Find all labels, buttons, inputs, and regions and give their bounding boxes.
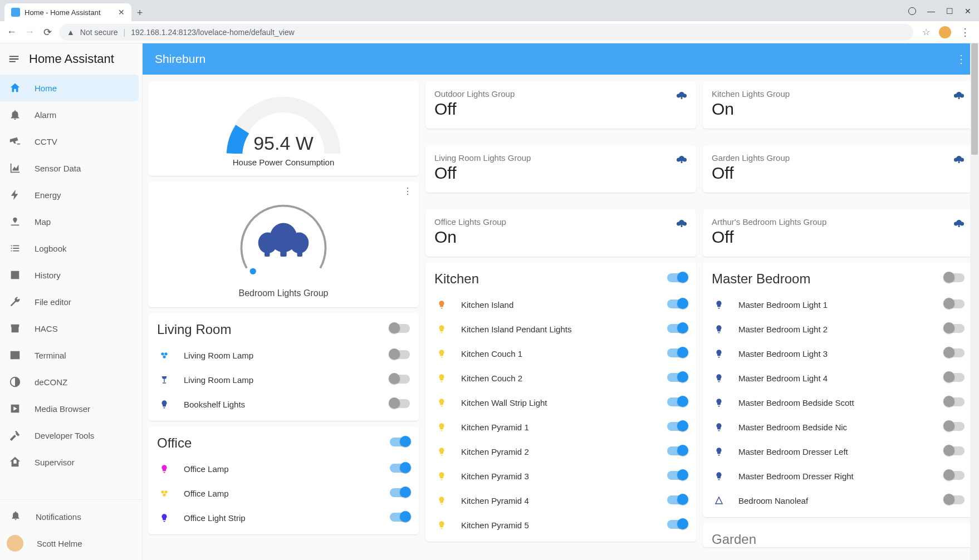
entity-row[interactable]: Office Lamp [157,481,410,505]
entity-row[interactable]: Bedroom Nanoleaf [712,488,965,513]
entity-row[interactable]: Master Bedroom Dresser Left [712,439,965,464]
entity-row[interactable]: Kitchen Wall Strip Light [434,390,687,415]
entity-toggle[interactable] [667,495,687,506]
entity-toggle[interactable] [667,348,687,359]
entity-row[interactable]: Kitchen Couch 2 [434,366,687,390]
menu-icon[interactable] [8,53,20,65]
new-tab-button[interactable]: + [131,7,148,21]
window-maximize-button[interactable]: ☐ [946,7,953,16]
entity-toggle[interactable] [667,446,687,457]
sidebar-item-file-editor[interactable]: File editor [0,288,142,315]
omnibox[interactable]: ▲ Not secure | 192.168.1.24:8123/lovelac… [59,24,913,41]
entity-toggle[interactable] [944,495,965,506]
entity-toggle[interactable] [667,397,687,408]
card-title: Living Room [157,322,231,337]
master-toggle[interactable] [667,273,687,284]
entity-toggle[interactable] [944,299,965,310]
light-group-card[interactable]: Office Lights Group On [425,209,696,257]
forward-button[interactable]: → [23,26,36,38]
reload-button[interactable]: ⟳ [41,26,53,38]
sidebar-item-developer-tools[interactable]: Developer Tools [0,422,142,449]
close-tab-icon[interactable]: ✕ [118,8,125,17]
entity-toggle[interactable] [944,397,965,408]
sidebar-item-deconz[interactable]: deCONZ [0,369,142,395]
window-close-button[interactable]: ✕ [965,7,971,16]
sidebar-item-map[interactable]: Map [0,208,142,235]
back-button[interactable]: ← [6,26,18,38]
entity-toggle[interactable] [667,471,687,482]
sidebar-notifications[interactable]: Notifications [0,503,142,530]
entity-row[interactable]: Master Bedroom Dresser Right [712,464,965,488]
sidebar-item-supervisor[interactable]: Supervisor [0,449,142,475]
entity-toggle[interactable] [944,348,965,359]
light-group-card[interactable]: Living Room Lights Group Off [425,145,696,193]
light-group-card[interactable]: Kitchen Lights Group On [703,81,973,129]
sidebar-item-media-browser[interactable]: Media Browser [0,395,142,422]
entity-toggle[interactable] [944,446,965,457]
sidebar-item-energy[interactable]: Energy [0,181,142,208]
entity-row[interactable]: Master Bedroom Bedside Nic [712,415,965,439]
entity-row[interactable]: Master Bedroom Bedside Scott [712,390,965,415]
gauge-card[interactable]: 95.4 W House Power Consumption [148,81,419,176]
bookmark-icon[interactable]: ☆ [922,27,930,37]
entity-toggle[interactable] [944,422,965,433]
entity-toggle[interactable] [667,324,687,335]
entity-row[interactable]: Living Room Lamp [157,367,410,392]
master-toggle[interactable] [390,438,410,449]
entity-row[interactable]: Kitchen Island [434,292,687,317]
entity-toggle[interactable] [667,422,687,433]
entity-toggle[interactable] [390,488,410,499]
thermostat-card[interactable]: ⋮ [148,181,419,307]
entity-toggle[interactable] [390,399,410,410]
light-group-card[interactable]: Outdoor Lights Group Off [425,81,696,129]
window-scrollbar[interactable] [970,43,979,560]
entity-toggle[interactable] [944,324,965,335]
entity-row[interactable]: Kitchen Island Pendant Lights [434,317,687,341]
card-menu-icon[interactable]: ⋮ [403,186,412,197]
svg-point-23 [677,222,681,226]
entity-row[interactable]: Office Light Strip [157,505,410,530]
sidebar-item-hacs[interactable]: HACS [0,315,142,342]
sidebar-item-history[interactable]: History [0,262,142,288]
light-group-card[interactable]: Arthur's Bedroom Lights Group Off [703,209,973,257]
entity-toggle[interactable] [667,299,687,310]
browser-menu-icon[interactable]: ⋮ [960,26,970,38]
entity-row[interactable]: Master Bedroom Light 1 [712,292,965,317]
profile-avatar[interactable] [939,26,951,38]
entity-toggle[interactable] [390,513,410,523]
entity-toggle[interactable] [390,464,410,474]
entity-toggle[interactable] [944,471,965,482]
account-circle-icon[interactable] [908,7,916,15]
sidebar-item-sensor-data[interactable]: Sensor Data [0,155,142,181]
appbar-menu-icon[interactable]: ⋮ [956,52,967,66]
entity-row[interactable]: Kitchen Pyramid 3 [434,464,687,488]
entity-toggle[interactable] [667,520,687,530]
sidebar-item-label: Supervisor [35,458,75,467]
sidebar-item-alarm[interactable]: Alarm [0,101,142,128]
master-toggle[interactable] [390,324,410,335]
entity-row[interactable]: Kitchen Pyramid 5 [434,513,687,537]
entity-row[interactable]: Bookshelf Lights [157,392,410,416]
entity-toggle[interactable] [944,373,965,384]
sidebar-item-home[interactable]: Home [0,75,139,101]
entity-row[interactable]: Master Bedroom Light 4 [712,366,965,390]
entity-row[interactable]: Kitchen Pyramid 2 [434,439,687,464]
entity-row[interactable]: Kitchen Couch 1 [434,341,687,366]
sidebar-item-cctv[interactable]: CCTV [0,128,142,155]
sidebar-user[interactable]: Scott Helme [0,530,142,557]
entity-row[interactable]: Office Lamp [157,456,410,481]
sidebar-item-terminal[interactable]: Terminal [0,342,142,369]
sidebar-item-logbook[interactable]: Logbook [0,235,142,262]
master-toggle[interactable] [944,273,965,284]
entity-toggle[interactable] [390,375,410,385]
entity-row[interactable]: Living Room Lamp [157,343,410,367]
light-group-card[interactable]: Garden Lights Group Off [703,145,973,193]
entity-row[interactable]: Kitchen Pyramid 1 [434,415,687,439]
entity-row[interactable]: Master Bedroom Light 3 [712,341,965,366]
window-minimize-button[interactable]: — [927,7,935,16]
entity-toggle[interactable] [667,373,687,384]
browser-tab[interactable]: Home - Home Assistant ✕ [4,3,131,21]
entity-row[interactable]: Master Bedroom Light 2 [712,317,965,341]
entity-toggle[interactable] [390,350,410,361]
entity-row[interactable]: Kitchen Pyramid 4 [434,488,687,513]
